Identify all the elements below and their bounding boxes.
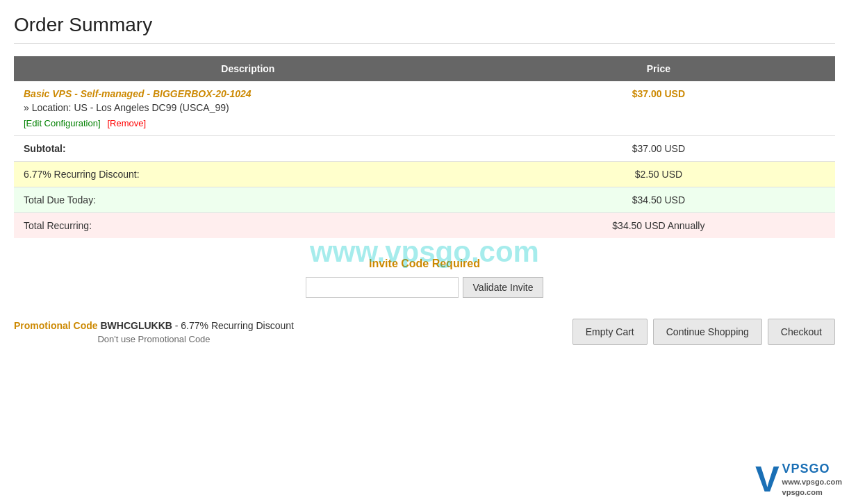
product-name: Basic VPS - Self-managed - BIGGERBOX-20-…	[24, 88, 472, 99]
total-today-label: Total Due Today:	[14, 187, 482, 213]
invite-code-input[interactable]	[306, 277, 459, 298]
total-recurring-row: Total Recurring: $34.50 USD Annually	[14, 213, 835, 239]
promo-code: BWHCGLUKKB	[100, 320, 172, 331]
invite-section: Invite Code Required Validate Invite	[14, 258, 835, 298]
promo-description: - 6.77% Recurring Discount	[175, 320, 294, 331]
validate-invite-button[interactable]: Validate Invite	[463, 277, 544, 298]
invite-row: Validate Invite	[14, 277, 835, 298]
page-title: Order Summary	[14, 14, 835, 44]
promo-section: Promotional Code BWHCGLUKKB - 6.77% Recu…	[14, 320, 294, 344]
total-recurring-label: Total Recurring:	[14, 213, 482, 239]
total-today-price: $34.50 USD	[482, 187, 835, 213]
col-header-price: Price	[482, 56, 835, 81]
checkout-button[interactable]: Checkout	[768, 319, 835, 345]
discount-label: 6.77% Recurring Discount:	[14, 162, 482, 187]
col-header-description: Description	[14, 56, 482, 81]
continue-shopping-button[interactable]: Continue Shopping	[653, 319, 762, 345]
remove-link[interactable]: [Remove]	[107, 118, 146, 128]
logo-v-letter: V	[755, 461, 780, 497]
discount-price: $2.50 USD	[482, 162, 835, 187]
subtotal-price: $37.00 USD	[482, 136, 835, 162]
product-links: [Edit Configuration] [Remove]	[24, 117, 472, 128]
invite-title: Invite Code Required	[14, 258, 835, 270]
footer-section: Promotional Code BWHCGLUKKB - 6.77% Recu…	[14, 312, 835, 345]
subtotal-row: Subtotal: $37.00 USD	[14, 136, 835, 162]
logo-domain: vpsgo.com	[782, 487, 842, 497]
logo-vpsgo: VPSGO	[782, 461, 842, 477]
logo-url: www.vpsgo.com	[782, 477, 842, 487]
order-table: Description Price Basic VPS - Self-manag…	[14, 56, 835, 238]
promo-label: Promotional Code	[14, 320, 98, 331]
promo-line: Promotional Code BWHCGLUKKB - 6.77% Recu…	[14, 320, 294, 331]
edit-configuration-link[interactable]: [Edit Configuration]	[24, 118, 101, 128]
product-location: » Location: US - Los Angeles DC99 (USCA_…	[24, 102, 472, 113]
action-buttons: Empty Cart Continue Shopping Checkout	[572, 319, 835, 345]
logo-text-block: VPSGO www.vpsgo.com vpsgo.com	[782, 461, 842, 497]
product-row: Basic VPS - Self-managed - BIGGERBOX-20-…	[14, 81, 835, 136]
product-description-cell: Basic VPS - Self-managed - BIGGERBOX-20-…	[14, 81, 482, 136]
page-wrapper: www.vpsgo.com Order Summary Description …	[0, 0, 849, 504]
discount-row: 6.77% Recurring Discount: $2.50 USD	[14, 162, 835, 187]
total-recurring-price: $34.50 USD Annually	[482, 213, 835, 239]
subtotal-label: Subtotal:	[14, 136, 482, 162]
total-today-row: Total Due Today: $34.50 USD	[14, 187, 835, 213]
promo-sub: Don't use Promotional Code	[14, 334, 294, 344]
product-price-cell: $37.00 USD	[482, 81, 835, 136]
logo-corner: V VPSGO www.vpsgo.com vpsgo.com	[755, 461, 842, 497]
empty-cart-button[interactable]: Empty Cart	[572, 319, 648, 345]
